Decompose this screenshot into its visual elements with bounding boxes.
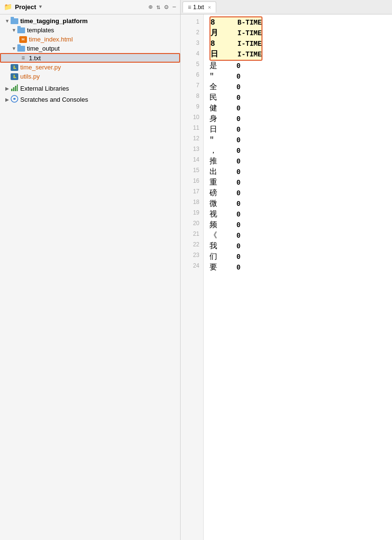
gear-icon[interactable]: ⚙ <box>164 3 168 11</box>
tag-1: B-TIME <box>237 17 261 28</box>
tab-1txt[interactable]: ≡ 1.txt × <box>183 1 216 13</box>
code-line-4: 日I-TIME <box>210 49 261 60</box>
line-number-8: 8 <box>181 91 203 101</box>
code-line-7: 全0 <box>209 82 392 93</box>
code-line-20: 频0 <box>209 220 392 230</box>
tab-close-button[interactable]: × <box>208 4 211 10</box>
svg-rect-0 <box>11 89 13 91</box>
line-number-12: 12 <box>181 133 203 144</box>
folder-icon-time-output <box>17 46 25 52</box>
line-number-7: 7 <box>181 80 203 91</box>
py-icon-utils: 🐍 <box>11 73 18 80</box>
char-4: 日 <box>210 49 222 60</box>
expand-arrow-time-output: ▼ <box>11 46 17 51</box>
line-numbers: 123456789101112131415161718192021222324 <box>181 14 204 540</box>
tree-item-time-output[interactable]: ▼ time_output <box>0 44 180 53</box>
tree-label-time-server: time_server.py <box>20 64 61 71</box>
line-number-21: 21 <box>181 229 203 239</box>
tree-item-label: time_tagging_platform <box>20 17 88 25</box>
tag-24: 0 <box>236 262 240 273</box>
tree-item-utils[interactable]: 🐍 utils.py <box>0 72 180 81</box>
tree-label-1txt: 1.txt <box>29 54 41 62</box>
char-10: 身 <box>209 114 221 124</box>
code-line-9: 健0 <box>209 103 392 114</box>
code-line-3: 8I-TIME <box>210 39 261 49</box>
tree-label-time-output: time_output <box>27 45 60 52</box>
svg-rect-2 <box>15 86 16 91</box>
code-line-6: "0 <box>209 71 392 82</box>
code-line-24: 要0 <box>209 262 392 273</box>
tag-16: 0 <box>236 177 240 188</box>
html-icon: H <box>19 36 27 43</box>
scratch-icon <box>11 95 18 104</box>
char-16: 重 <box>209 177 221 188</box>
line-number-3: 3 <box>181 38 203 48</box>
tree-item-extlibs[interactable]: ▶ External Libraries <box>0 83 180 94</box>
tree-label-extlibs: External Libraries <box>20 85 69 92</box>
code-line-15: 出0 <box>209 167 392 177</box>
char-6: " <box>209 71 221 82</box>
char-5: 是 <box>209 61 221 71</box>
tag-5: 0 <box>236 61 240 71</box>
tag-11: 0 <box>236 124 240 135</box>
code-line-2: 月I-TIME <box>210 28 261 39</box>
tag-13: 0 <box>236 146 240 156</box>
tree-item-root[interactable]: ▼ time_tagging_platform <box>0 16 180 26</box>
tag-8: 0 <box>236 93 240 103</box>
char-19: 视 <box>209 209 221 220</box>
project-panel: 📁 Project ▼ ⊕ ⇅ ⚙ − ▼ time_tagging_platf… <box>0 0 181 540</box>
line-number-11: 11 <box>181 122 203 133</box>
tag-3: I-TIME <box>237 39 261 49</box>
char-9: 健 <box>209 103 221 114</box>
py-icon-time-server: 🐍 <box>11 64 18 71</box>
char-15: 出 <box>209 167 221 177</box>
char-20: 频 <box>209 220 221 230</box>
tag-15: 0 <box>236 167 240 177</box>
code-line-11: 日0 <box>209 124 392 135</box>
line-number-23: 23 <box>181 250 203 260</box>
editor-area[interactable]: 123456789101112131415161718192021222324 … <box>181 14 392 540</box>
line-number-19: 19 <box>181 207 203 218</box>
code-line-13: ，0 <box>209 146 392 156</box>
char-3: 8 <box>210 39 222 49</box>
tag-4: I-TIME <box>237 49 261 60</box>
code-line-22: 我0 <box>209 241 392 252</box>
char-23: 们 <box>209 252 221 262</box>
line-number-1: 1 <box>181 16 203 27</box>
expand-arrow-templates: ▼ <box>11 27 17 33</box>
char-21: 《 <box>209 230 221 241</box>
char-13: ， <box>209 146 221 156</box>
code-line-14: 推0 <box>209 156 392 167</box>
char-2: 月 <box>210 28 222 39</box>
line-number-16: 16 <box>181 176 203 186</box>
code-line-21: 《0 <box>209 230 392 241</box>
minus-icon[interactable]: − <box>172 3 176 11</box>
tree-item-time-index[interactable]: H time_index.html <box>0 35 180 44</box>
line-number-4: 4 <box>181 48 203 59</box>
expand-arrow: ▼ <box>4 18 11 24</box>
panel-title: Project <box>15 3 36 11</box>
line-number-15: 15 <box>181 165 203 176</box>
tag-12: 0 <box>236 135 240 146</box>
line-number-17: 17 <box>181 186 203 197</box>
char-1: 8 <box>210 17 222 28</box>
tree-item-scratches[interactable]: ▶ Scratches and Consoles <box>0 94 180 105</box>
char-17: 磅 <box>209 188 221 199</box>
panel-project-icon: 📁 <box>4 3 12 11</box>
tag-14: 0 <box>236 156 240 167</box>
tree-item-time-server[interactable]: 🐍 time_server.py <box>0 63 180 72</box>
line-number-2: 2 <box>181 27 203 38</box>
panel-header: 📁 Project ▼ ⊕ ⇅ ⚙ − <box>0 0 180 14</box>
tab-file-icon: ≡ <box>188 4 191 11</box>
sync-icon[interactable]: ⇅ <box>157 3 160 11</box>
code-line-23: 们0 <box>209 252 392 262</box>
line-number-20: 20 <box>181 218 203 229</box>
extlib-icon <box>11 84 18 93</box>
panel-header-icons: ⊕ ⇅ ⚙ − <box>148 3 176 11</box>
add-icon[interactable]: ⊕ <box>148 3 152 11</box>
tag-7: 0 <box>236 82 240 93</box>
tree-item-templates[interactable]: ▼ templates <box>0 26 180 35</box>
file-tree: ▼ time_tagging_platform ▼ templates H ti… <box>0 14 180 540</box>
tree-item-1txt[interactable]: ≡ 1.txt <box>0 53 180 63</box>
char-12: " <box>209 135 221 146</box>
